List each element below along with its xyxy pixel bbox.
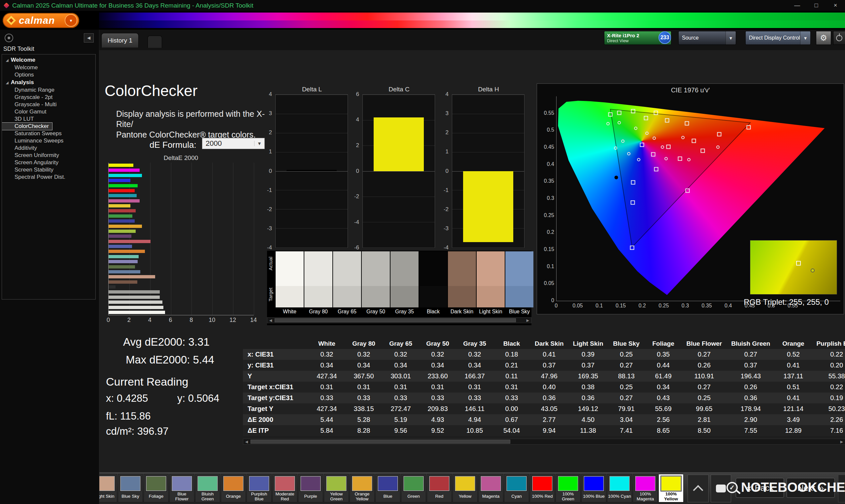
patch-button-100-blue[interactable]: 100% Blue [581, 474, 606, 502]
cell-value: 43.05 [530, 403, 568, 414]
patch-button-blue[interactable]: Blue [375, 474, 400, 502]
cell-value: 3.49 [775, 414, 812, 425]
sidebar-item-screen-stability[interactable]: Screen Stability [2, 166, 95, 174]
cell-value: 0.27 [682, 382, 726, 393]
axis-tick-label: 0.55 [538, 110, 554, 116]
sidebar-item-screen-uniformity[interactable]: Screen Uniformity [2, 152, 95, 159]
tab-history-1[interactable]: History 1 [101, 33, 139, 48]
cell-value: 272.47 [382, 403, 419, 414]
cell-value: 0.22 [812, 382, 845, 393]
patch-button-yellow[interactable]: Yellow [453, 474, 478, 502]
calman-logo[interactable]: calman ▾ [3, 13, 79, 28]
patch-button-blue-sky[interactable]: Blue Sky [118, 474, 143, 502]
axis-tick-label: 3 [439, 110, 448, 117]
patch-button-blue-flower[interactable]: Blue Flower [169, 474, 194, 502]
scroll-right-icon[interactable]: ▶ [839, 439, 845, 444]
patch-actual-color [477, 251, 505, 286]
sidebar-item-luminance-sweeps[interactable]: Luminance Sweeps [2, 137, 95, 144]
scroll-left-icon[interactable]: ◀ [267, 318, 274, 323]
table-header-row: WhiteGray 80Gray 65Gray 50Gray 35BlackDa… [243, 338, 845, 349]
cell-value: 0.38 [568, 382, 608, 393]
logo-menu-button[interactable]: ▾ [65, 14, 77, 27]
layout-toggle-button[interactable] [711, 475, 731, 502]
back-button[interactable]: « Back [736, 478, 784, 498]
tab-stub[interactable] [147, 36, 162, 48]
power-button[interactable] [833, 31, 845, 45]
patch-button-label: 100% Magenta [633, 491, 657, 502]
display-control-dropdown[interactable]: Direct Display Control ▾ [745, 31, 811, 45]
scrollbar-track[interactable] [250, 439, 839, 444]
scrollbar-track[interactable] [274, 318, 525, 323]
sidebar-item-color-gamut[interactable]: Color Gamut [2, 108, 95, 115]
patch-button-cyan[interactable]: Cyan [504, 474, 529, 502]
deltae-bar-blue [109, 219, 135, 223]
patch-actual-color [304, 251, 332, 286]
gridline [276, 209, 348, 210]
swatch-scrollbar[interactable]: ◀ ▶ [267, 317, 531, 323]
patch-button-orange-yellow[interactable]: Orange Yellow [350, 474, 375, 502]
close-button[interactable]: × [826, 0, 845, 11]
scrollbar-thumb[interactable] [250, 440, 510, 444]
de-formula-dropdown[interactable]: 2000 ▼ [202, 138, 265, 149]
patch-button-green[interactable]: Green [401, 474, 426, 502]
sidebar-item-spectral-power-dist[interactable]: Spectral Power Dist. [2, 174, 95, 181]
sidebar-item-3d-lut[interactable]: 3D LUT [2, 115, 95, 123]
scroll-right-icon[interactable]: ▶ [525, 318, 531, 323]
patch-button-bluish-green[interactable]: Bluish Green [195, 474, 220, 502]
cell-value: 0.31 [308, 382, 345, 393]
sidebar-item-options[interactable]: Options [2, 71, 95, 78]
next-button[interactable]: Next » [787, 478, 835, 498]
sidebar-item-screen-angularity[interactable]: Screen Angularity [2, 159, 95, 166]
patch-label: Gray 50 [362, 309, 390, 315]
sidebar-collapse-button[interactable]: ◀ [84, 33, 94, 42]
cell-value: 0.32 [345, 349, 382, 360]
table-scrollbar[interactable]: ◀ ▶ [243, 439, 845, 445]
sidebar-item-saturation-sweeps[interactable]: Saturation Sweeps [2, 130, 95, 137]
maximize-button[interactable]: □ [807, 0, 826, 11]
patch-button-100-yellow[interactable]: 100% Yellow [658, 474, 684, 502]
patch-button-purple[interactable]: Purple [298, 474, 323, 502]
patch-button-yellow-green[interactable]: Yellow Green [324, 474, 349, 502]
patch-swatch [403, 476, 424, 491]
minimize-button[interactable]: — [788, 0, 807, 11]
deltae-bar-purple [109, 235, 131, 238]
patch-button-purplish-blue[interactable]: Purplish Blue [247, 474, 272, 502]
patch-button-moderate-red[interactable]: Moderate Red [272, 474, 297, 502]
bottombar-stub-button[interactable] [838, 475, 845, 502]
patch-button-100-magenta[interactable]: 100% Magenta [633, 474, 658, 502]
sidebar-item-colorchecker[interactable]: ColorChecker [2, 123, 52, 130]
patch-button-orange[interactable]: Orange [221, 474, 246, 502]
cell-value: 8.50 [682, 425, 726, 436]
source-dropdown[interactable]: Source ▾ [678, 31, 736, 45]
colorchecker-patch-light-skin [477, 251, 505, 307]
sidebar-item-welcome[interactable]: Welcome [2, 64, 95, 71]
scrollbar-thumb[interactable] [275, 318, 516, 322]
scroll-left-icon[interactable]: ◀ [243, 439, 250, 444]
axis-tick-label: 0.2 [538, 229, 554, 235]
patch-label: Gray 80 [304, 309, 332, 315]
settings-button[interactable]: ⚙ [816, 31, 831, 45]
patch-button-100-green[interactable]: 100% Green [556, 474, 581, 502]
axis-tick-label: 4 [148, 317, 152, 324]
patch-button-foliage[interactable]: Foliage [144, 474, 169, 502]
cie-target-marker [630, 246, 634, 250]
patch-button-100-red[interactable]: 100% Red [530, 474, 555, 502]
inset-measured-marker [811, 269, 815, 272]
deltae-bars [109, 163, 254, 315]
patch-button-light-skin[interactable]: Light Skin [99, 474, 117, 502]
collapse-panel-button[interactable] [688, 475, 709, 502]
sidebar-item-grayscale-2pt[interactable]: Grayscale - 2pt [2, 94, 95, 101]
gridline [276, 152, 348, 152]
cell-value: 110.91 [682, 371, 726, 382]
cell-value: 121.14 [775, 403, 812, 414]
deltae-bar-yellow-green [109, 230, 136, 233]
sidebar-item-additivity[interactable]: Additivity [2, 144, 95, 152]
patch-button-100-cyan[interactable]: 100% Cyan [607, 474, 632, 502]
tree-group-welcome[interactable]: ◢Welcome [2, 56, 95, 64]
patch-button-red[interactable]: Red [427, 474, 452, 502]
patch-button-magenta[interactable]: Magenta [478, 474, 504, 502]
sidebar-item-dynamic-range[interactable]: Dynamic Range [2, 86, 95, 94]
sidebar-item-grayscale-multi[interactable]: Grayscale - Multi [2, 101, 95, 108]
target-icon[interactable] [5, 34, 13, 42]
tree-group-analysis[interactable]: ◢Analysis [2, 78, 95, 86]
